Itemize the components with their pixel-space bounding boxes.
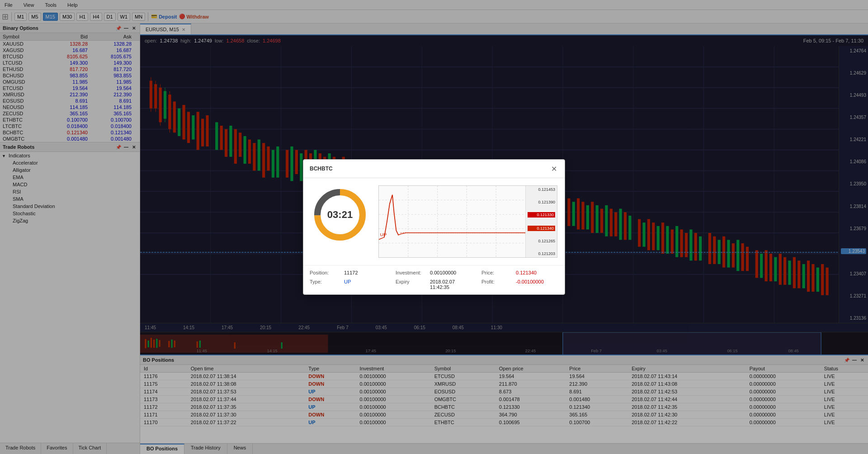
type-field: Type: UP bbox=[310, 279, 387, 284]
mini-price-1: 0.121453 bbox=[528, 187, 555, 192]
modal-title: BCHBTC bbox=[310, 166, 333, 172]
profit-label: Profit: bbox=[481, 279, 513, 284]
mini-chart-svg: UP bbox=[379, 186, 525, 257]
investment-field: Investment: 0.00100000 bbox=[396, 270, 472, 275]
modal-left-fields: Position: 11172 Type: UP bbox=[310, 270, 387, 290]
svg-text:UP: UP bbox=[380, 232, 387, 237]
type-val: UP bbox=[344, 279, 351, 284]
expiry-field: Expiry 2018.02.07 11:42:35 bbox=[396, 279, 472, 290]
modal-header: BCHBTC ✕ bbox=[303, 160, 565, 178]
price-field: Price: 0.121340 bbox=[481, 270, 558, 275]
svg-rect-173 bbox=[379, 186, 525, 257]
profit-val: -0.00100000 bbox=[516, 279, 544, 284]
mini-price-3: 0.121340 bbox=[528, 226, 555, 231]
modal-close-button[interactable]: ✕ bbox=[549, 164, 558, 173]
position-val: 11172 bbox=[344, 270, 358, 275]
mini-price-current: 0.121330 bbox=[528, 212, 555, 218]
position-field: Position: 11172 bbox=[310, 270, 387, 275]
mini-price-2: 0.121390 bbox=[528, 200, 555, 204]
profit-field: Profit: -0.00100000 bbox=[481, 279, 558, 284]
investment-val: 0.00100000 bbox=[430, 270, 456, 275]
mini-price-5: 0.121203 bbox=[528, 251, 555, 256]
expiry-val: 2018.02.07 11:42:35 bbox=[430, 279, 472, 290]
investment-label: Investment: bbox=[396, 270, 427, 275]
mini-chart: UP 0.121453 0.121390 0.121330 0.121340 0… bbox=[378, 185, 557, 258]
timer-container: 03:21 bbox=[311, 185, 369, 244]
modal-overlay: BCHBTC ✕ 03:21 bbox=[0, 0, 868, 454]
modal-footer: Position: 11172 Type: UP Investment: 0.0… bbox=[303, 265, 565, 294]
expiry-label: Expiry bbox=[396, 279, 427, 290]
mini-price-4: 0.121265 bbox=[528, 239, 555, 243]
timer-circle: 03:21 bbox=[311, 185, 369, 244]
mini-chart-price-axis: 0.121453 0.121390 0.121330 0.121340 0.12… bbox=[525, 186, 557, 257]
timer-text: 03:21 bbox=[327, 209, 353, 221]
price-val: 0.121340 bbox=[516, 270, 537, 275]
modal-body: 03:21 bbox=[303, 178, 565, 265]
price-label: Price: bbox=[481, 270, 513, 275]
modal-center-fields: Investment: 0.00100000 Expiry 2018.02.07… bbox=[396, 270, 472, 290]
bchbtc-modal: BCHBTC ✕ 03:21 bbox=[303, 159, 565, 295]
modal-right-fields: Price: 0.121340 Profit: -0.00100000 bbox=[481, 270, 558, 290]
